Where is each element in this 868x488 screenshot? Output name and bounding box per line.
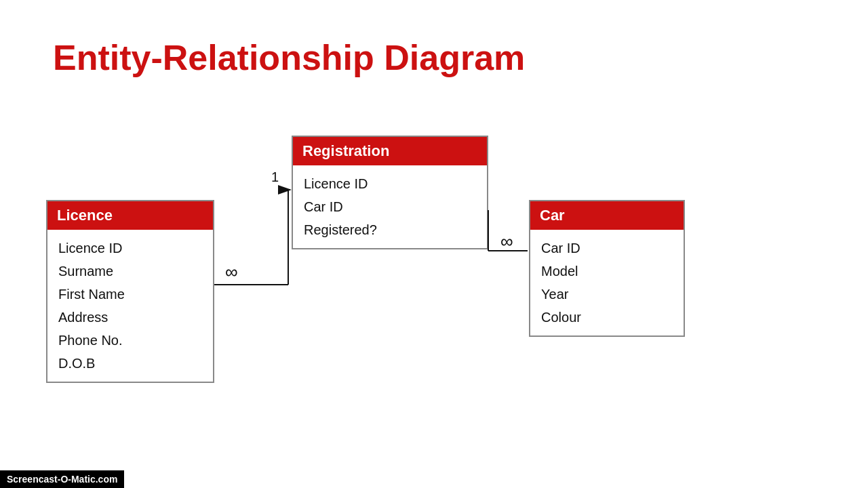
licence-entity: Licence Licence ID Surname First Name Ad… [46,200,214,383]
licence-field-4: Address [58,306,202,329]
registration-entity: Registration Licence ID Car ID Registere… [292,136,488,249]
car-entity: Car Car ID Model Year Colour [529,200,685,337]
registration-field-3: Registered? [304,218,476,241]
licence-field-5: Phone No. [58,329,202,352]
registration-header: Registration [293,137,487,165]
car-body: Car ID Model Year Colour [530,230,684,336]
registration-body: Licence ID Car ID Registered? [293,165,487,248]
infinity-car: ∞ [500,231,513,251]
licence-body: Licence ID Surname First Name Address Ph… [47,230,213,382]
car-field-2: Model [541,260,673,283]
car-field-3: Year [541,283,673,306]
licence-field-1: Licence ID [58,237,202,260]
registration-field-2: Car ID [304,195,476,218]
infinity-licence: ∞ [225,262,238,282]
licence-field-6: D.O.B [58,352,202,375]
cardinality-1: 1 [271,169,279,184]
watermark: Screencast-O-Matic.com [0,470,124,488]
registration-field-1: Licence ID [304,172,476,195]
licence-header: Licence [47,201,213,230]
car-field-1: Car ID [541,237,673,260]
licence-field-3: First Name [58,283,202,306]
licence-field-2: Surname [58,260,202,283]
car-field-4: Colour [541,306,673,329]
page-title: Entity-Relationship Diagram [53,37,525,78]
car-header: Car [530,201,684,230]
